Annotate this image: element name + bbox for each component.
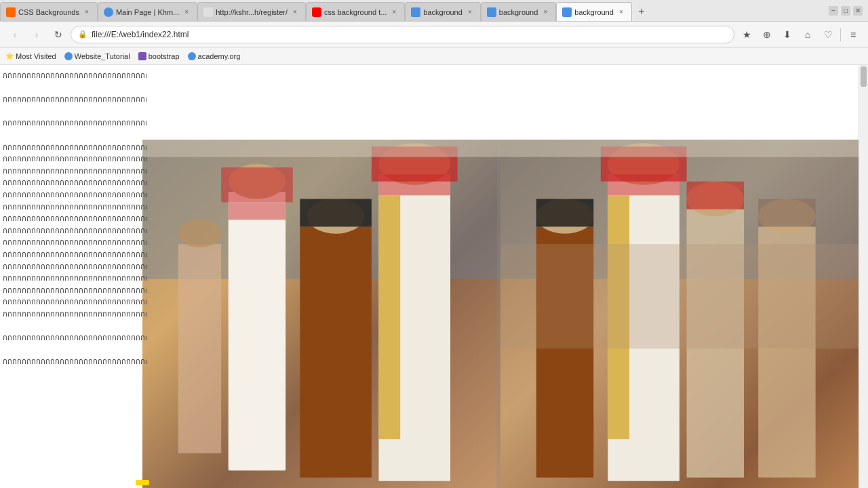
tab-yt[interactable]: css background t...×	[306, 2, 405, 21]
bookmark-website-tutorial[interactable]: Website_Tutorial	[64, 52, 130, 60]
photo-area	[142, 140, 859, 488]
bookmark-label: Most Visited	[16, 52, 56, 60]
scrollbar-thumb[interactable]	[861, 66, 867, 87]
text-line-1	[3, 83, 146, 95]
tab-khm[interactable]: Main Page | Khm...×	[98, 2, 197, 21]
tab-reg-label: http://kshr...h/register/	[216, 8, 288, 16]
maximize-button[interactable]: □	[841, 6, 850, 16]
text-line-11: กกกกกกกกกกกกกกกกกกกกกกกกกกกกกกกกกกกก	[3, 202, 146, 214]
url-text: file:///E:/web1/index22.html	[92, 30, 727, 39]
tab-bg3-close[interactable]: ×	[616, 7, 626, 17]
page-content: กกกกกกกกกกกกกกกกกกกกกกกกกกกกกกกกกกกก กกก…	[0, 65, 868, 488]
back-button[interactable]: ‹	[5, 25, 24, 44]
pocket-button[interactable]: ♡	[818, 25, 837, 44]
text-line-20: กกกกกกกกกกกกกกกกกกกกกกกกกกกกกกกกกกกก	[3, 309, 146, 321]
tab-khm-close[interactable]: ×	[182, 7, 191, 17]
forward-button[interactable]: ›	[27, 25, 46, 44]
navbar: ‹ › ↻ 🔒 file:///E:/web1/index22.html ★ ⊕…	[0, 22, 868, 47]
text-line-23	[3, 345, 146, 357]
tab-css-favicon	[6, 7, 16, 17]
tab-yt-label: css background t...	[324, 8, 387, 16]
home-button[interactable]: ⌂	[798, 25, 817, 44]
tab-bg1[interactable]: background×	[405, 2, 481, 21]
bookmark-star-button[interactable]: ★	[737, 25, 756, 44]
tab-css-label: CSS Backgrounds	[18, 8, 79, 16]
svg-rect-25	[608, 174, 679, 195]
menu-button[interactable]: ≡	[844, 25, 863, 44]
nav-actions: ★ ⊕ ⬇ ⌂ ♡ ≡	[737, 25, 863, 44]
svg-rect-33	[500, 244, 859, 348]
text-line-4: กกกกกกกกกกกกกกกกกกกกกกกกกกกกกกกกกกกก	[3, 118, 146, 130]
tab-bg3-favicon	[562, 7, 572, 17]
svg-rect-21	[536, 199, 593, 226]
tab-reg[interactable]: http://kshr...h/register/×	[197, 2, 306, 21]
svg-rect-32	[758, 199, 815, 226]
tab-reg-close[interactable]: ×	[290, 7, 300, 17]
titlebar: CSS Backgrounds×Main Page | Khm...×http:…	[0, 0, 868, 22]
text-line-6: กกกกกกกกกกกกกกกกกกกกกกกกกกกกกกกกกกกก	[3, 142, 146, 155]
svg-rect-5	[229, 203, 285, 220]
bookmark-bootstrap[interactable]: bootstrap	[138, 52, 180, 60]
tab-bg1-label: background	[423, 8, 462, 16]
text-line-5	[3, 130, 146, 142]
text-line-3	[3, 106, 146, 119]
text-line-17: กกกกกกกกกกกกกกกกกกกกกกกกกกกกกกกกกกกก	[3, 273, 146, 285]
url-bar[interactable]: 🔒 file:///E:/web1/index22.html	[71, 26, 734, 43]
tab-bg2-label: background	[499, 8, 538, 16]
tab-bg2[interactable]: background×	[481, 2, 557, 21]
text-line-0: กกกกกกกกกกกกกกกกกกกกกกกกกกกกกกกกกกกก	[3, 70, 146, 83]
tab-css-close[interactable]: ×	[82, 7, 92, 17]
text-line-9: กกกกกกกกกกกกกกกกกกกกกกกกกกกกกกกกกกกก	[3, 178, 146, 190]
tab-khm-favicon	[104, 7, 113, 17]
close-button[interactable]: ✕	[853, 6, 863, 16]
bookmark-label: Website_Tutorial	[75, 52, 130, 60]
tab-bg3[interactable]: background×	[556, 2, 632, 21]
sync-button[interactable]: ⊕	[757, 25, 776, 44]
download-button[interactable]: ⬇	[778, 25, 797, 44]
text-line-16: กกกกกกกกกกกกกกกกกกกกกกกกกกกกกกกกกกกก	[3, 262, 146, 274]
svg-rect-34	[142, 140, 859, 157]
text-line-12: กกกกกกกกกกกกกกกกกกกกกกกกกกกกกกกกกกกก	[3, 214, 146, 226]
text-line-24: กกกกกกกกกกกกกกกกกกกกกกกกกกกกกกกกกกกก	[3, 357, 146, 369]
tab-bg3-label: background	[574, 8, 614, 16]
text-line-19: กกกกกกกกกกกกกกกกกกกกกกกกกกกกกกกกกกกก	[3, 297, 146, 309]
text-line-22: กกกกกกกกกกกกกกกกกกกกกกกกกกกกกกกกกกกก	[3, 333, 146, 345]
text-line-18: กกกกกกกกกกกกกกกกกกกกกกกกกกกกกกกกกกกก	[3, 285, 146, 298]
tab-css[interactable]: CSS Backgrounds×	[0, 2, 98, 21]
bookmark-label: bootstrap	[149, 52, 180, 60]
text-line-8: กกกกกกกกกกกกกกกกกกกกกกกกกกกกกกกกกกกก	[3, 166, 146, 178]
svg-rect-8	[300, 199, 372, 226]
text-line-15: กกกกกกกกกกกกกกกกกกกกกกกกกกกกกกกกกกกก	[3, 249, 146, 262]
new-tab-button[interactable]: +	[632, 2, 651, 21]
bookmarks-bar: ⭐ Most Visited Website_Tutorial bootstra…	[0, 47, 868, 65]
minimize-button[interactable]: −	[829, 6, 838, 16]
tab-khm-label: Main Page | Khm...	[116, 8, 179, 16]
tab-yt-close[interactable]: ×	[389, 7, 399, 17]
svg-rect-14	[178, 244, 221, 453]
scrollbar[interactable]	[859, 65, 868, 488]
text-line-7: กกกกกกกกกกกกกกกกกกกกกกกกกกกกกกกกกกกก	[3, 154, 146, 166]
svg-rect-2	[229, 192, 285, 470]
text-line-14: กกกกกกกกกกกกกกกกกกกกกกกกกกกกกกกกกกกก	[3, 237, 146, 249]
reload-button[interactable]: ↻	[49, 25, 68, 44]
tab-bg2-close[interactable]: ×	[540, 7, 550, 17]
svg-rect-4	[221, 167, 293, 202]
text-line-21	[3, 321, 146, 333]
text-line-13: กกกกกกกกกกกกกกกกกกกกกกกกกกกกกกกกกกกก	[3, 226, 146, 238]
text-line-10: กกกกกกกกกกกกกกกกกกกกกกกกกกกกกกกกกกกก	[3, 190, 146, 202]
text-lines-area: กกกกกกกกกกกกกกกกกกกกกกกกกกกกกกกกกกกก กกก…	[0, 65, 149, 374]
yellow-indicator	[136, 480, 149, 485]
tabs-container: CSS Backgrounds×Main Page | Khm...×http:…	[0, 0, 829, 21]
bookmark-most-visited[interactable]: ⭐ Most Visited	[5, 52, 56, 60]
svg-rect-29	[687, 182, 744, 209]
svg-point-15	[178, 220, 221, 247]
tab-bg1-close[interactable]: ×	[465, 7, 475, 17]
bookmark-academy[interactable]: academy.org	[188, 52, 241, 60]
tab-yt-favicon	[312, 7, 321, 17]
tab-bg2-favicon	[487, 7, 496, 17]
svg-rect-13	[378, 195, 400, 439]
tab-bg1-favicon	[411, 7, 420, 17]
svg-rect-6	[300, 227, 372, 478]
tab-reg-favicon	[203, 7, 213, 17]
bookmark-label: academy.org	[198, 52, 241, 60]
